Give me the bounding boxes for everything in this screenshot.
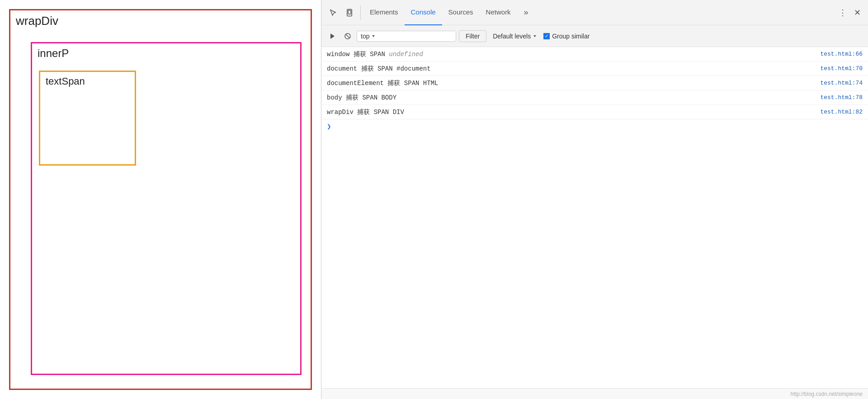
console-row-content-3: documentElement 捕获 SPAN HTML [327,79,820,87]
devtools-panel: Elements Console Sources Network » ⋮ ✕ t [321,0,868,399]
console-row: document 捕获 SPAN #document test.html:70 [321,62,868,76]
inner-p-label: innerP [32,43,300,63]
console-context-value: top [361,33,369,40]
tab-sources[interactable]: Sources [442,0,480,25]
bottom-bar: http://blog.csdn.net/simpleone [321,388,868,399]
group-similar-label: Group similar [552,33,590,40]
svg-marker-6 [533,35,536,37]
console-filter-button[interactable]: Filter [459,30,486,42]
devtools-close-button[interactable]: ✕ [850,5,864,20]
group-similar-checkbox[interactable]: ✓ [543,33,550,39]
tab-elements[interactable]: Elements [363,0,405,25]
toolbar-separator [360,5,361,20]
wrap-div-label: wrapDiv [10,10,311,32]
console-row: wrapDiv 捕获 SPAN DIV test.html:82 [321,105,868,119]
text-span-box: textSpan [39,71,136,166]
more-tabs-button[interactable]: » [519,5,533,20]
console-row: body 捕获 SPAN BODY test.html:78 [321,90,868,105]
console-output: window 捕获 SPAN undefined test.html:66 do… [321,47,868,388]
cursor-tool-button[interactable] [325,5,341,21]
console-row-link-1[interactable]: test.html:66 [820,51,863,57]
watermark-text: http://blog.csdn.net/simpleone [791,391,863,397]
browser-content: wrapDiv innerP textSpan [0,0,321,399]
svg-rect-1 [348,10,351,14]
console-row-content-2: document 捕获 SPAN #document [327,65,820,73]
console-row-link-4[interactable]: test.html:78 [820,94,863,101]
text-span-label: textSpan [40,72,135,91]
svg-marker-2 [330,33,335,39]
console-row-link-5[interactable]: test.html:82 [820,109,863,115]
console-prompt-arrow[interactable]: ❯ [327,122,331,131]
svg-line-4 [346,34,349,38]
console-run-button[interactable] [326,30,339,43]
console-row-content-4: body 捕获 SPAN BODY [327,94,820,102]
tab-console[interactable]: Console [405,0,442,25]
default-levels-label: Default levels [493,33,531,40]
inner-p-box: innerP textSpan [31,42,302,375]
devtools-menu-button[interactable]: ⋮ [835,5,850,20]
console-row: documentElement 捕获 SPAN HTML test.html:7… [321,76,868,90]
svg-marker-5 [372,35,375,37]
console-prompt-row: ❯ [321,119,868,134]
console-row: window 捕获 SPAN undefined test.html:66 [321,47,868,62]
console-toolbar: top Filter Default levels ✓ Group simila… [321,25,868,47]
console-context-selector[interactable]: top [357,31,456,42]
wrap-div-box: wrapDiv innerP textSpan [9,9,312,390]
console-clear-button[interactable] [341,30,354,43]
console-row-content-5: wrapDiv 捕获 SPAN DIV [327,108,820,116]
devtools-toolbar: Elements Console Sources Network » ⋮ ✕ [321,0,868,25]
console-row-link-2[interactable]: test.html:70 [820,65,863,72]
device-toggle-button[interactable] [341,5,358,21]
console-row-link-3[interactable]: test.html:74 [820,80,863,86]
console-default-levels-button[interactable]: Default levels [489,31,541,42]
console-row-content-1: window 捕获 SPAN undefined [327,50,820,58]
tab-network[interactable]: Network [480,0,517,25]
console-input[interactable] [335,123,863,130]
group-similar-container[interactable]: ✓ Group similar [543,33,590,40]
